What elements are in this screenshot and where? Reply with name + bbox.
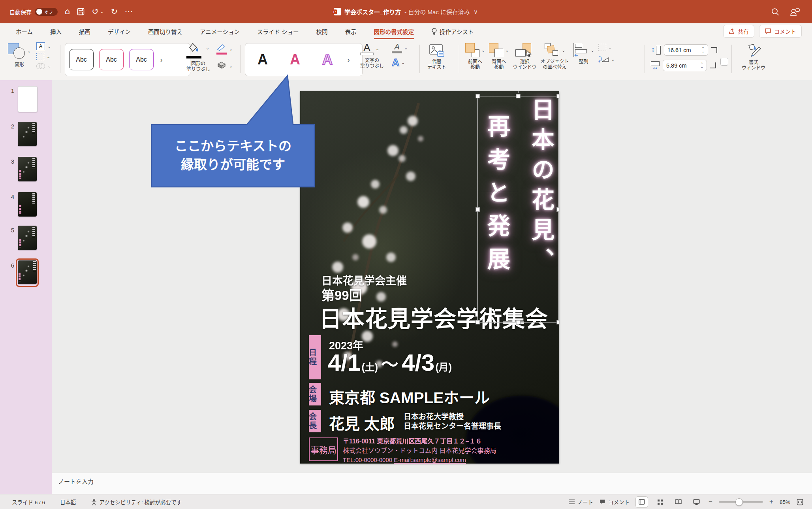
slide-thumbnail-1[interactable] [18,86,38,112]
accessibility-status[interactable]: アクセシビリティ: 検討が必要です [91,498,182,506]
tab-home[interactable]: ホーム [16,23,33,39]
slide-sorter-view-button[interactable] [654,497,666,507]
zoom-in-button[interactable]: + [769,498,773,506]
slide-thumbnail-4[interactable] [18,192,37,217]
text-fill-button[interactable]: A ⌄ 文字の 塗りつぶし [360,42,384,69]
shape-effects-button[interactable]: ⌄ [216,61,233,71]
poster-dates[interactable]: 4/1 (土) ～ 4/3 (月) [328,349,452,376]
zoom-out-button[interactable]: − [709,498,712,506]
home-icon[interactable]: ⌂ [65,8,70,16]
resize-handle-sw[interactable] [476,320,480,324]
text-effects-chevron-icon[interactable]: ⌄ [401,60,405,65]
poster-chair-name[interactable]: 花見 太郎 [329,411,395,434]
alt-text-button[interactable]: 代替 テキスト [427,44,446,70]
shape-styles-more-icon[interactable]: › [160,55,163,64]
zoom-slider-knob[interactable] [735,498,743,506]
text-styles-more-icon[interactable]: › [347,55,350,64]
send-backward-chevron-icon[interactable]: ⌄ [505,48,509,53]
title-chevron-icon[interactable]: ∨ [474,8,478,15]
height-stepper[interactable]: ⌃⌄ [701,47,705,53]
slide-thumbnail-5[interactable] [18,226,37,250]
shape-outline-button[interactable]: ⌄ [216,44,233,55]
shape-style-purple[interactable]: Abc [129,49,154,70]
rotation-handle[interactable]: ↻ [514,91,523,93]
shape-height-input[interactable]: 16.61 cm ⌃⌄ [664,44,708,56]
shape-fill-button[interactable]: ⌄ 図形の 塗りつぶし [186,42,210,72]
redo-icon[interactable]: ↻ [111,8,118,16]
rotate-chevron-icon[interactable]: ⌄ [611,57,615,62]
office-email-link[interactable]: E-mail:sample@sampl.com [394,456,466,464]
tab-review[interactable]: 校閲 [316,23,328,39]
edit-points-chevron-icon[interactable]: ⌄ [47,54,50,59]
bring-forward-button[interactable]: ⌄ 前面へ 移動 [465,43,485,70]
tab-transitions[interactable]: 画面切り替え [148,23,182,39]
resize-handle-e[interactable] [556,207,559,211]
text-style-purple-outline[interactable]: A [314,51,341,68]
poster-chair-titles[interactable]: 日本お花大学教授 日本花見センター名誉理事長 [404,412,501,431]
bring-forward-chevron-icon[interactable]: ⌄ [481,48,485,53]
tab-insert[interactable]: 挿入 [50,23,62,39]
selection-pane-button[interactable]: 選択 ウインドウ [513,43,536,70]
slide-thumbnail-panel[interactable]: 1 2 3 4 5 6 [0,80,52,494]
lock-aspect-checkbox[interactable] [720,58,728,66]
poster-office-info[interactable]: 〒116-0011 東京都荒川区西尾久７丁目１２−１６ 株式会社ソウブン・ドット… [343,437,496,464]
undo-chevron-icon[interactable]: ⌄ [100,9,103,14]
tab-shape-format[interactable]: 図形の書式設定 [374,23,414,39]
reorder-objects-chevron-icon[interactable]: ⌄ [562,48,565,53]
autosave-control[interactable]: 自動保存 オフ [9,8,58,16]
undo-icon[interactable]: ↺ [92,8,99,16]
normal-view-button[interactable] [636,497,648,507]
shape-style-black[interactable]: Abc [69,49,94,70]
text-box-chevron-icon[interactable]: ⌄ [47,44,51,49]
tab-slideshow[interactable]: スライド ショー [257,23,299,39]
save-icon[interactable] [77,8,85,15]
format-pane-button[interactable]: 書式 ウィンドウ [742,44,765,71]
fit-slide-to-window-icon[interactable] [797,499,803,505]
comments-toggle-button[interactable]: コメント [600,498,630,506]
resize-handle-n[interactable] [516,94,521,98]
reorder-objects-button[interactable]: ⌄ オブジェクト の並べ替え [540,43,569,70]
shape-fill-chevron-icon[interactable]: ⌄ [206,45,209,51]
people-presence-icon[interactable] [790,8,800,16]
notes-pane[interactable]: ノートを入力 [52,473,812,494]
text-style-pink[interactable]: A [282,51,308,68]
shape-width-input[interactable]: 5.89 cm ⌃⌄ [663,60,707,71]
text-outline-chevron-icon[interactable]: ⌄ [404,45,408,51]
resize-handle-nw[interactable] [476,94,480,98]
slide-thumbnail-2[interactable] [18,122,37,146]
more-icon[interactable]: ⋯ [125,8,133,16]
slide-editing-surface[interactable]: 日本の花見、 再考と発展 日本花見学会主催 第99回 日本花見学会学術集会 日程… [300,91,559,464]
edit-points-button[interactable]: ⌄ [36,53,51,60]
align-button[interactable]: ⌄ 整列 [573,43,594,64]
notes-toggle-button[interactable]: ノート [569,498,594,506]
resize-handle-w[interactable] [476,207,480,211]
language-indicator[interactable]: 日本語 [60,498,76,506]
selected-text-box[interactable]: ↻ [477,96,559,322]
shape-effects-chevron-icon[interactable]: ⌄ [229,64,233,69]
poster-venue[interactable]: 東京都 SAMPLEホール [329,385,490,407]
shape-outline-chevron-icon[interactable]: ⌄ [229,47,233,52]
rotate-button[interactable]: ⤸ ⌄ [598,57,615,62]
resize-handle-se[interactable] [556,320,559,324]
zoom-level[interactable]: 85% [780,499,790,505]
comments-button[interactable]: コメント [759,25,802,38]
text-fill-chevron-icon[interactable]: ⌄ [376,46,379,51]
resize-handle-s[interactable] [516,320,521,324]
text-box-button[interactable]: A ⌄ [36,42,51,50]
insert-shape-button[interactable]: ⌄ 図形 [8,43,31,68]
reading-view-button[interactable] [672,497,684,507]
shape-style-pink[interactable]: Abc [99,49,124,70]
tab-design[interactable]: デザイン [108,23,131,39]
text-style-black[interactable]: A [249,51,276,68]
shapes-chevron-icon[interactable]: ⌄ [27,49,31,54]
text-effects-button[interactable]: A ⌄ [392,57,408,68]
tab-assistant[interactable]: 操作アシスト [431,23,474,39]
zoom-slider[interactable] [719,501,763,503]
slide-thumbnail-3[interactable] [18,157,37,181]
slide-thumbnail-6-selected[interactable] [16,258,39,287]
tab-view[interactable]: 表示 [345,23,357,39]
slideshow-view-button[interactable] [690,497,702,507]
resize-handle-ne[interactable] [556,94,559,98]
tab-animations[interactable]: アニメーション [200,23,240,39]
text-outline-button[interactable]: A ⌄ [392,42,408,53]
